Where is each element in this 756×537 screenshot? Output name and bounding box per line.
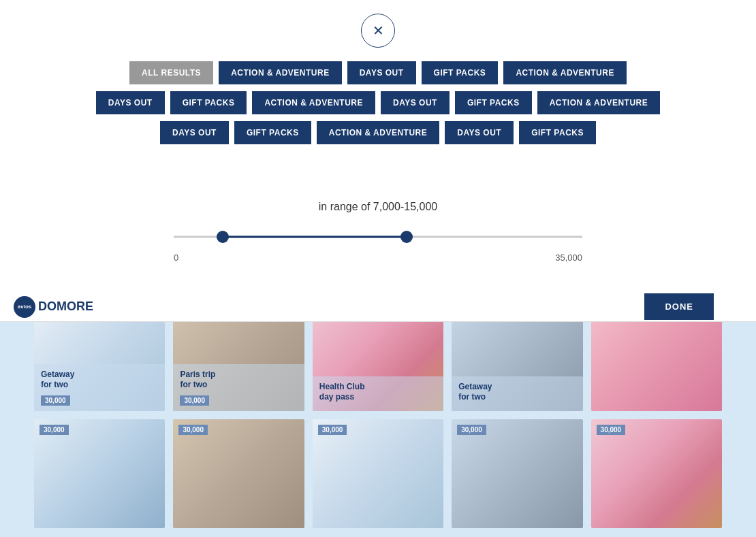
card-paris-1-title: Paris tripfor two [180, 370, 297, 391]
filter-days-out-4[interactable]: DAYS OUT [160, 121, 229, 144]
slider-thumb-left[interactable] [217, 231, 229, 243]
brand-text: DOMORE [38, 299, 93, 314]
filter-gift-packs-1[interactable]: GIFT PACKS [422, 61, 499, 84]
filter-days-out-3[interactable]: DAYS OUT [381, 91, 450, 114]
range-slider[interactable] [174, 227, 582, 247]
done-button[interactable]: DONE [644, 293, 714, 320]
card-getaway-2-text: Getawayfor two [452, 376, 582, 411]
card-macarons-3[interactable]: 30,000 [591, 419, 722, 528]
card-getaway-1-text: Getawayfor two 30,000 [34, 364, 165, 411]
range-ticks: 0 35,000 [174, 253, 582, 263]
hamburger-menu[interactable] [721, 299, 742, 315]
filter-days-out-1[interactable]: DAYS OUT [347, 61, 416, 84]
filter-row-1: ALL RESULTS ACTION & ADVENTURE DAYS OUT … [129, 61, 627, 84]
range-min: 0 [174, 253, 178, 263]
filter-days-out-2[interactable]: DAYS OUT [96, 91, 165, 114]
filter-gift-packs-3[interactable]: GIFT PACKS [455, 91, 532, 114]
card-getaway-1-points: 30,000 [41, 395, 70, 406]
card-swim-1-points: 30,000 [40, 425, 69, 435]
filter-action-adventure-5[interactable]: ACTION & ADVENTURE [317, 121, 440, 144]
card-paris-2-points: 30,000 [178, 425, 208, 435]
card-healthclub-text: Health Clubday pass [313, 376, 443, 411]
avios-text: avios [18, 304, 31, 310]
card-paris-1-text: Paris tripfor two 30,000 [173, 364, 304, 411]
filter-gift-packs-4[interactable]: GIFT PACKS [234, 121, 311, 144]
card-healthclub-title: Health Clubday pass [319, 382, 437, 403]
filter-action-adventure-3[interactable]: ACTION & ADVENTURE [252, 91, 375, 114]
filter-area: ALL RESULTS ACTION & ADVENTURE DAYS OUT … [82, 61, 674, 144]
hamburger-line-2 [724, 306, 739, 308]
range-slider-area: in range of 7,000-15,000 0 35,000 [174, 201, 582, 263]
card-macarons-3-points: 30,000 [597, 425, 626, 435]
close-button[interactable]: ✕ [361, 14, 395, 48]
filter-row-3: DAYS OUT GIFT PACKS ACTION & ADVENTURE D… [160, 121, 596, 144]
filter-row-2: DAYS OUT GIFT PACKS ACTION & ADVENTURE D… [96, 91, 661, 114]
card-paris-1-points: 30,000 [180, 395, 209, 406]
hamburger-line-1 [724, 302, 739, 304]
card-getaway-1-title: Getawayfor two [41, 370, 158, 391]
avios-logo: avios [14, 296, 35, 318]
header-bar: avios DOMORE DONE [0, 292, 756, 322]
range-label: in range of 7,000-15,000 [174, 201, 582, 213]
close-icon: ✕ [373, 22, 384, 39]
card-window-2[interactable]: 30,000 [452, 419, 582, 528]
card-window-2-points: 30,000 [457, 425, 486, 435]
filter-gift-packs-2[interactable]: GIFT PACKS [170, 91, 247, 114]
card-fog-2-points: 30,000 [318, 425, 347, 435]
filter-action-adventure-1[interactable]: ACTION & ADVENTURE [219, 61, 342, 84]
card-getaway-2-title: Getawayfor two [458, 382, 576, 403]
filter-action-adventure-4[interactable]: ACTION & ADVENTURE [537, 91, 661, 114]
filter-gift-packs-5[interactable]: GIFT PACKS [519, 121, 596, 144]
card-fog-2[interactable]: 30,000 [313, 419, 443, 528]
slider-thumb-right[interactable] [400, 231, 413, 243]
hamburger-line-3 [724, 310, 739, 312]
filter-all-results[interactable]: ALL RESULTS [129, 61, 213, 84]
cards-grid: Getawayfor two 30,000 Paris tripfor two … [0, 292, 756, 537]
card-swim-1[interactable]: 30,000 [34, 419, 165, 528]
filter-action-adventure-2[interactable]: ACTION & ADVENTURE [503, 61, 627, 84]
logo-area: avios DOMORE [14, 296, 93, 318]
card-paris-2[interactable]: 30,000 [173, 419, 304, 528]
slider-fill [223, 236, 407, 238]
bottom-panel: 30,000 30,000 Paris tripfor two 30,000 3… [0, 292, 756, 537]
range-max: 35,000 [555, 253, 582, 263]
filter-days-out-5[interactable]: DAYS OUT [445, 121, 514, 144]
